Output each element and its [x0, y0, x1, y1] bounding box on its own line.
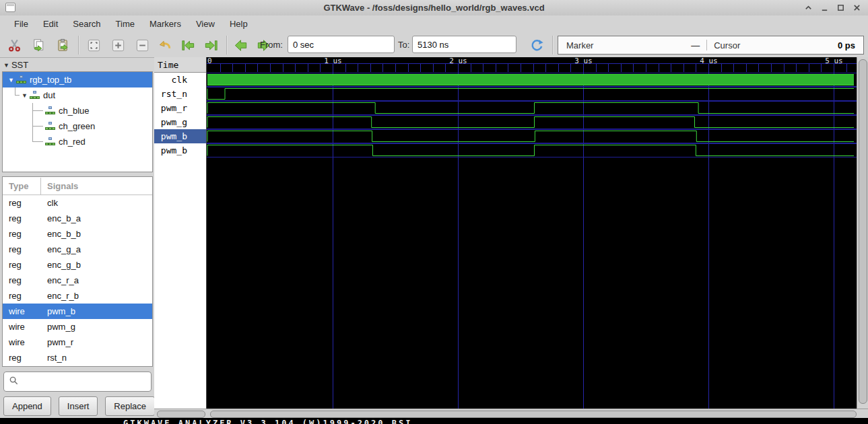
menu-view[interactable]: View [189, 17, 222, 31]
shade-icon[interactable] [804, 3, 813, 12]
module-icon [45, 137, 56, 146]
sst-node-ch_red[interactable]: ch_red [3, 134, 152, 149]
titlebar: GTKWave - /foss/designs/hello_world/rgb_… [0, 0, 868, 16]
column-type[interactable]: Type [3, 181, 40, 191]
tree-connector [28, 118, 44, 134]
sst-node-ch_blue[interactable]: ch_blue [3, 103, 152, 118]
signal-trace-rst_n [207, 89, 854, 100]
append-button[interactable]: Append [3, 396, 51, 416]
wave-name-pwm_b[interactable]: pwm_b [154, 129, 206, 143]
signal-type: reg [3, 260, 40, 270]
signal-row-rst_n[interactable]: regrst_n [3, 350, 152, 365]
signal-row-pwm_b[interactable]: wirepwm_b [3, 304, 152, 319]
waveform-svg[interactable]: 1 us2 us3 us4 us5 us0 [207, 57, 857, 409]
status-strip: GTKWAVE ANALYZER V3.3.104 (W)1999-2020 B… [0, 418, 868, 424]
zoom-to-start-icon[interactable] [179, 36, 197, 54]
to-input[interactable]: 5130 ns [412, 36, 516, 53]
signal-name: pwm_b [40, 306, 75, 316]
signal-row-pwm_g[interactable]: wirepwm_g [3, 319, 152, 334]
close-icon[interactable] [853, 3, 861, 12]
wave-name-pwm_g[interactable]: pwm_g [154, 115, 206, 129]
column-signals[interactable]: Signals [41, 181, 78, 191]
signal-type: wire [3, 306, 40, 316]
wave-name-clk[interactable]: clk [154, 73, 206, 87]
tree-connector [28, 134, 44, 149]
vertical-scrollbar-thumb[interactable] [859, 59, 867, 404]
signal-name: enc_r_a [40, 275, 79, 285]
wave-canvas[interactable]: 1 us2 us3 us4 us5 us0 [207, 57, 857, 409]
insert-button[interactable]: Insert [59, 396, 98, 416]
signal-type: reg [3, 198, 40, 208]
sst-collapse-icon[interactable]: ▼ [3, 62, 9, 69]
wave-name-pwm_b[interactable]: pwm_b [154, 143, 206, 157]
menu-search[interactable]: Search [65, 17, 108, 31]
signal-name: enc_g_b [40, 260, 81, 270]
signal-row-enc_g_b[interactable]: regenc_g_b [3, 257, 152, 273]
time-header[interactable]: Time [154, 57, 206, 73]
module-icon [45, 106, 56, 115]
sst-tree: ▼rgb_top_tb▼dutch_bluech_greench_red [2, 71, 153, 172]
signal-type: reg [3, 213, 40, 223]
maximize-icon[interactable] [836, 3, 845, 12]
signal-name: enc_b_b [40, 229, 81, 239]
tree-connector [11, 87, 20, 103]
module-icon [45, 122, 56, 131]
minimize-icon[interactable] [820, 3, 829, 12]
wave-scrollbar-thumb[interactable] [210, 411, 857, 418]
horizontal-scrollbar-area [154, 409, 868, 418]
wave-names-panel: Time clkrst_npwm_rpwm_gpwm_bpwm_b [154, 57, 207, 409]
menu-help[interactable]: Help [222, 17, 255, 31]
signal-type: reg [3, 291, 40, 301]
copy-icon[interactable] [30, 36, 47, 54]
wave-name-rst_n[interactable]: rst_n [154, 87, 206, 101]
signal-name: rst_n [40, 353, 67, 363]
zoom-fit-icon[interactable] [85, 36, 102, 54]
menu-time[interactable]: Time [108, 17, 142, 31]
timeline-label: 5 us [825, 57, 843, 65]
signal-row-pwm_r[interactable]: wirepwm_r [3, 334, 152, 350]
search-input[interactable] [22, 376, 146, 388]
window-icon [5, 3, 15, 12]
find-previous-edge-icon[interactable] [232, 36, 249, 54]
menu-markers[interactable]: Markers [142, 17, 189, 31]
signal-type: reg [3, 275, 40, 285]
zoom-to-end-icon[interactable] [202, 36, 220, 54]
signal-row-enc_b_b[interactable]: regenc_b_b [3, 226, 152, 242]
signal-row-clk[interactable]: regclk [3, 195, 152, 211]
from-input[interactable]: 0 sec [288, 36, 395, 53]
wave-name-label: pwm_b [156, 131, 187, 141]
zoom-undo-icon[interactable] [156, 36, 174, 54]
menu-file[interactable]: File [7, 17, 36, 31]
cut-icon[interactable] [5, 36, 23, 54]
wave-name-pwm_r[interactable]: pwm_r [154, 101, 206, 115]
vertical-scrollbar[interactable] [857, 57, 868, 409]
timeline-label: 3 us [574, 57, 593, 65]
paste-icon[interactable] [54, 36, 71, 54]
zoom-in-icon[interactable] [109, 36, 127, 54]
signal-row-enc_b_a[interactable]: regenc_b_a [3, 211, 152, 226]
sst-header[interactable]: ▼ SST [3, 60, 28, 70]
wave-name-label: clk [156, 75, 187, 85]
clock-trace [207, 75, 854, 85]
expander-icon[interactable]: ▼ [20, 92, 29, 99]
zoom-out-icon[interactable] [133, 36, 151, 54]
expander-icon[interactable]: ▼ [7, 77, 15, 83]
signal-row-enc_g_a[interactable]: regenc_g_a [3, 242, 152, 257]
sst-node-ch_green[interactable]: ch_green [3, 118, 152, 134]
marker-value: — [691, 40, 700, 50]
wave-name-label: pwm_b [156, 145, 187, 155]
names-scrollbar-thumb[interactable] [157, 411, 205, 418]
wave-name-label: pwm_r [156, 103, 187, 113]
reload-icon[interactable] [528, 36, 545, 54]
sst-node-dut[interactable]: ▼dut [3, 87, 152, 103]
menu-edit[interactable]: Edit [36, 17, 65, 31]
toolbar-separator [78, 36, 79, 55]
signal-row-enc_r_b[interactable]: regenc_r_b [3, 288, 152, 304]
signal-row-enc_r_a[interactable]: regenc_r_a [3, 273, 152, 288]
wave-name-label: pwm_g [156, 117, 187, 127]
timeline-zero-label: 0 [207, 57, 212, 65]
sst-node-rgb_top_tb[interactable]: ▼rgb_top_tb [3, 72, 152, 87]
tree-label: ch_blue [59, 106, 90, 116]
replace-button[interactable]: Replace [105, 396, 155, 416]
toolbar-separator [552, 36, 554, 55]
